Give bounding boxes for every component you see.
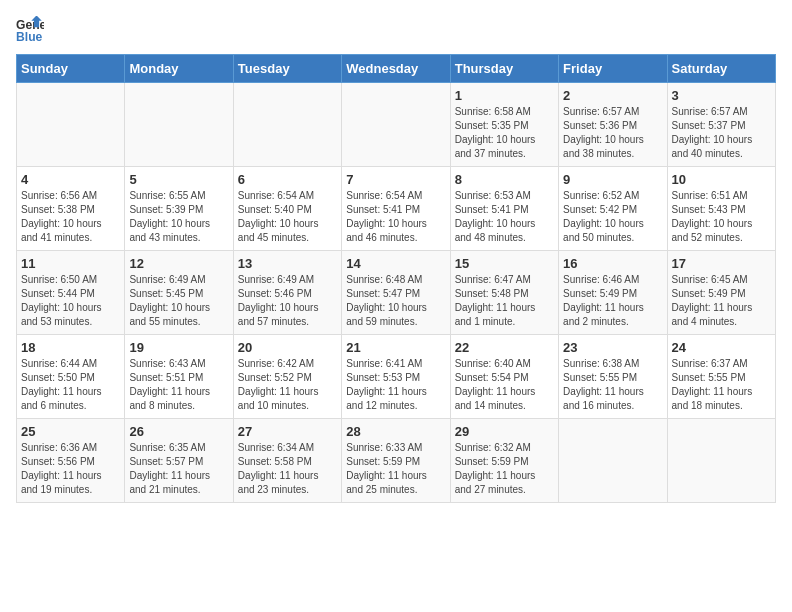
day-content: Sunrise: 6:41 AM Sunset: 5:53 PM Dayligh… (346, 357, 445, 413)
calendar-cell: 4Sunrise: 6:56 AM Sunset: 5:38 PM Daylig… (17, 167, 125, 251)
calendar-cell: 27Sunrise: 6:34 AM Sunset: 5:58 PM Dayli… (233, 419, 341, 503)
day-number: 19 (129, 340, 228, 355)
calendar-cell: 5Sunrise: 6:55 AM Sunset: 5:39 PM Daylig… (125, 167, 233, 251)
calendar-cell: 18Sunrise: 6:44 AM Sunset: 5:50 PM Dayli… (17, 335, 125, 419)
calendar-cell: 11Sunrise: 6:50 AM Sunset: 5:44 PM Dayli… (17, 251, 125, 335)
day-content: Sunrise: 6:40 AM Sunset: 5:54 PM Dayligh… (455, 357, 554, 413)
calendar-cell: 14Sunrise: 6:48 AM Sunset: 5:47 PM Dayli… (342, 251, 450, 335)
calendar-cell (125, 83, 233, 167)
day-number: 18 (21, 340, 120, 355)
calendar-cell: 15Sunrise: 6:47 AM Sunset: 5:48 PM Dayli… (450, 251, 558, 335)
col-header-thursday: Thursday (450, 55, 558, 83)
day-number: 5 (129, 172, 228, 187)
calendar-table: SundayMondayTuesdayWednesdayThursdayFrid… (16, 54, 776, 503)
calendar-cell: 6Sunrise: 6:54 AM Sunset: 5:40 PM Daylig… (233, 167, 341, 251)
calendar-cell: 8Sunrise: 6:53 AM Sunset: 5:41 PM Daylig… (450, 167, 558, 251)
day-content: Sunrise: 6:42 AM Sunset: 5:52 PM Dayligh… (238, 357, 337, 413)
day-content: Sunrise: 6:44 AM Sunset: 5:50 PM Dayligh… (21, 357, 120, 413)
day-content: Sunrise: 6:51 AM Sunset: 5:43 PM Dayligh… (672, 189, 771, 245)
calendar-cell: 17Sunrise: 6:45 AM Sunset: 5:49 PM Dayli… (667, 251, 775, 335)
calendar-cell (667, 419, 775, 503)
day-content: Sunrise: 6:49 AM Sunset: 5:46 PM Dayligh… (238, 273, 337, 329)
day-content: Sunrise: 6:33 AM Sunset: 5:59 PM Dayligh… (346, 441, 445, 497)
day-content: Sunrise: 6:57 AM Sunset: 5:37 PM Dayligh… (672, 105, 771, 161)
day-number: 24 (672, 340, 771, 355)
day-number: 3 (672, 88, 771, 103)
day-content: Sunrise: 6:49 AM Sunset: 5:45 PM Dayligh… (129, 273, 228, 329)
col-header-friday: Friday (559, 55, 667, 83)
day-content: Sunrise: 6:50 AM Sunset: 5:44 PM Dayligh… (21, 273, 120, 329)
page-header: General Blue (16, 16, 776, 44)
calendar-cell: 13Sunrise: 6:49 AM Sunset: 5:46 PM Dayli… (233, 251, 341, 335)
calendar-cell: 28Sunrise: 6:33 AM Sunset: 5:59 PM Dayli… (342, 419, 450, 503)
day-content: Sunrise: 6:35 AM Sunset: 5:57 PM Dayligh… (129, 441, 228, 497)
calendar-cell: 7Sunrise: 6:54 AM Sunset: 5:41 PM Daylig… (342, 167, 450, 251)
calendar-cell: 19Sunrise: 6:43 AM Sunset: 5:51 PM Dayli… (125, 335, 233, 419)
calendar-cell (233, 83, 341, 167)
day-content: Sunrise: 6:45 AM Sunset: 5:49 PM Dayligh… (672, 273, 771, 329)
day-content: Sunrise: 6:38 AM Sunset: 5:55 PM Dayligh… (563, 357, 662, 413)
day-content: Sunrise: 6:54 AM Sunset: 5:41 PM Dayligh… (346, 189, 445, 245)
calendar-cell: 3Sunrise: 6:57 AM Sunset: 5:37 PM Daylig… (667, 83, 775, 167)
day-number: 11 (21, 256, 120, 271)
day-content: Sunrise: 6:55 AM Sunset: 5:39 PM Dayligh… (129, 189, 228, 245)
calendar-cell: 24Sunrise: 6:37 AM Sunset: 5:55 PM Dayli… (667, 335, 775, 419)
day-content: Sunrise: 6:46 AM Sunset: 5:49 PM Dayligh… (563, 273, 662, 329)
day-number: 17 (672, 256, 771, 271)
day-number: 12 (129, 256, 228, 271)
day-number: 23 (563, 340, 662, 355)
calendar-cell (559, 419, 667, 503)
calendar-cell: 12Sunrise: 6:49 AM Sunset: 5:45 PM Dayli… (125, 251, 233, 335)
day-content: Sunrise: 6:56 AM Sunset: 5:38 PM Dayligh… (21, 189, 120, 245)
calendar-week-5: 25Sunrise: 6:36 AM Sunset: 5:56 PM Dayli… (17, 419, 776, 503)
calendar-cell: 25Sunrise: 6:36 AM Sunset: 5:56 PM Dayli… (17, 419, 125, 503)
calendar-cell: 20Sunrise: 6:42 AM Sunset: 5:52 PM Dayli… (233, 335, 341, 419)
col-header-saturday: Saturday (667, 55, 775, 83)
calendar-cell (17, 83, 125, 167)
day-number: 29 (455, 424, 554, 439)
day-number: 7 (346, 172, 445, 187)
day-number: 16 (563, 256, 662, 271)
day-content: Sunrise: 6:54 AM Sunset: 5:40 PM Dayligh… (238, 189, 337, 245)
calendar-week-2: 4Sunrise: 6:56 AM Sunset: 5:38 PM Daylig… (17, 167, 776, 251)
day-number: 26 (129, 424, 228, 439)
day-content: Sunrise: 6:58 AM Sunset: 5:35 PM Dayligh… (455, 105, 554, 161)
calendar-cell: 26Sunrise: 6:35 AM Sunset: 5:57 PM Dayli… (125, 419, 233, 503)
day-number: 25 (21, 424, 120, 439)
day-number: 1 (455, 88, 554, 103)
calendar-cell: 1Sunrise: 6:58 AM Sunset: 5:35 PM Daylig… (450, 83, 558, 167)
day-number: 27 (238, 424, 337, 439)
calendar-week-4: 18Sunrise: 6:44 AM Sunset: 5:50 PM Dayli… (17, 335, 776, 419)
calendar-cell: 10Sunrise: 6:51 AM Sunset: 5:43 PM Dayli… (667, 167, 775, 251)
day-number: 21 (346, 340, 445, 355)
day-content: Sunrise: 6:37 AM Sunset: 5:55 PM Dayligh… (672, 357, 771, 413)
day-content: Sunrise: 6:43 AM Sunset: 5:51 PM Dayligh… (129, 357, 228, 413)
day-content: Sunrise: 6:52 AM Sunset: 5:42 PM Dayligh… (563, 189, 662, 245)
day-content: Sunrise: 6:47 AM Sunset: 5:48 PM Dayligh… (455, 273, 554, 329)
calendar-cell: 21Sunrise: 6:41 AM Sunset: 5:53 PM Dayli… (342, 335, 450, 419)
day-number: 2 (563, 88, 662, 103)
calendar-week-3: 11Sunrise: 6:50 AM Sunset: 5:44 PM Dayli… (17, 251, 776, 335)
day-number: 6 (238, 172, 337, 187)
day-content: Sunrise: 6:36 AM Sunset: 5:56 PM Dayligh… (21, 441, 120, 497)
day-content: Sunrise: 6:57 AM Sunset: 5:36 PM Dayligh… (563, 105, 662, 161)
calendar-cell: 9Sunrise: 6:52 AM Sunset: 5:42 PM Daylig… (559, 167, 667, 251)
col-header-monday: Monday (125, 55, 233, 83)
calendar-cell: 22Sunrise: 6:40 AM Sunset: 5:54 PM Dayli… (450, 335, 558, 419)
col-header-wednesday: Wednesday (342, 55, 450, 83)
calendar-cell: 16Sunrise: 6:46 AM Sunset: 5:49 PM Dayli… (559, 251, 667, 335)
day-number: 9 (563, 172, 662, 187)
day-number: 22 (455, 340, 554, 355)
day-number: 10 (672, 172, 771, 187)
day-content: Sunrise: 6:34 AM Sunset: 5:58 PM Dayligh… (238, 441, 337, 497)
logo-icon: General Blue (16, 16, 44, 44)
calendar-week-1: 1Sunrise: 6:58 AM Sunset: 5:35 PM Daylig… (17, 83, 776, 167)
calendar-header-row: SundayMondayTuesdayWednesdayThursdayFrid… (17, 55, 776, 83)
day-number: 14 (346, 256, 445, 271)
day-content: Sunrise: 6:48 AM Sunset: 5:47 PM Dayligh… (346, 273, 445, 329)
day-number: 13 (238, 256, 337, 271)
col-header-sunday: Sunday (17, 55, 125, 83)
calendar-cell: 23Sunrise: 6:38 AM Sunset: 5:55 PM Dayli… (559, 335, 667, 419)
day-number: 8 (455, 172, 554, 187)
svg-text:Blue: Blue (16, 30, 43, 44)
